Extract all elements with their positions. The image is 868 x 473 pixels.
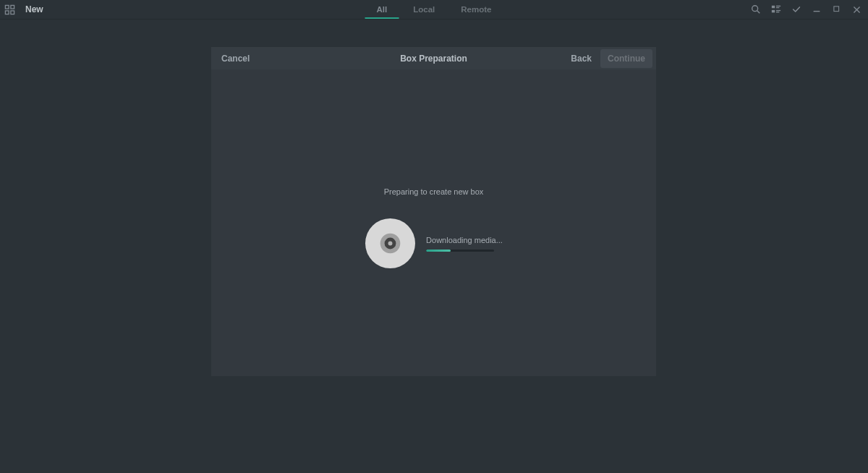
svg-rect-1 <box>11 5 14 9</box>
topbar: New All Local Remote <box>0 0 868 20</box>
svg-rect-8 <box>776 7 779 8</box>
cancel-button[interactable]: Cancel <box>216 49 255 68</box>
dialog-body: Preparing to create new box Downloading … <box>211 69 656 376</box>
tab-local[interactable]: Local <box>400 0 448 19</box>
svg-rect-0 <box>5 5 9 9</box>
grid-list-icon[interactable] <box>770 4 781 15</box>
tab-remote[interactable]: Remote <box>448 0 504 19</box>
download-status-row: Downloading media... <box>365 218 503 269</box>
view-tabs: All Local Remote <box>364 0 505 19</box>
back-button[interactable]: Back <box>565 49 597 68</box>
svg-point-19 <box>388 242 393 246</box>
svg-rect-7 <box>776 6 780 7</box>
svg-point-4 <box>752 6 757 12</box>
svg-rect-2 <box>5 10 9 14</box>
continue-button: Continue <box>600 49 652 68</box>
downloading-label: Downloading media... <box>426 236 503 244</box>
select-icon[interactable] <box>791 4 801 15</box>
topbar-left: New <box>0 4 43 15</box>
svg-rect-13 <box>833 7 838 12</box>
maximize-icon[interactable] <box>831 4 842 15</box>
close-icon[interactable] <box>851 4 862 15</box>
preparing-label: Preparing to create new box <box>384 187 484 196</box>
download-progress <box>426 250 494 252</box>
svg-rect-11 <box>776 12 779 12</box>
svg-rect-9 <box>771 10 774 13</box>
topbar-right <box>750 4 865 15</box>
svg-rect-10 <box>776 10 780 11</box>
tab-all[interactable]: All <box>364 0 401 19</box>
svg-line-5 <box>757 11 760 14</box>
search-icon[interactable] <box>750 4 761 15</box>
dialog-header: Cancel Box Preparation Back Continue <box>211 47 656 69</box>
disc-media-icon <box>365 218 416 269</box>
dialog-title: Box Preparation <box>400 54 467 64</box>
minimize-icon[interactable] <box>811 4 822 15</box>
new-button[interactable]: New <box>25 4 43 14</box>
svg-rect-6 <box>771 6 774 9</box>
download-column: Downloading media... <box>426 236 503 252</box>
boxes-app-icon <box>4 4 15 15</box>
box-creation-dialog: Cancel Box Preparation Back Continue Pre… <box>211 47 656 376</box>
svg-rect-3 <box>11 10 14 14</box>
download-progress-fill <box>426 250 451 252</box>
dialog-header-right: Back Continue <box>565 49 652 68</box>
